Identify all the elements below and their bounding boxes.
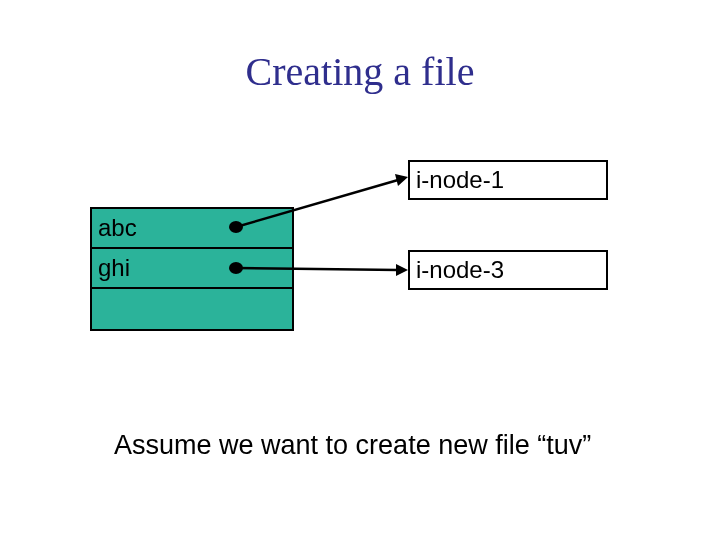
directory-row-abc: abc (92, 209, 292, 249)
inode-box-1: i-node-1 (408, 160, 608, 200)
inode-box-3: i-node-3 (408, 250, 608, 290)
inode-label: i-node-3 (416, 256, 504, 284)
directory-entry-label: ghi (98, 254, 130, 282)
slide-title: Creating a file (0, 48, 720, 95)
directory-table: abc ghi (90, 207, 294, 331)
directory-row-empty (92, 289, 292, 329)
directory-row-ghi: ghi (92, 249, 292, 289)
directory-entry-label: abc (98, 214, 137, 242)
caption-text: Assume we want to create new file “tuv” (114, 430, 591, 461)
slide: Creating a file abc ghi i-node-1 i-node-… (0, 0, 720, 540)
arrowhead-icon (395, 174, 408, 186)
inode-label: i-node-1 (416, 166, 504, 194)
arrowhead-icon (396, 264, 408, 276)
